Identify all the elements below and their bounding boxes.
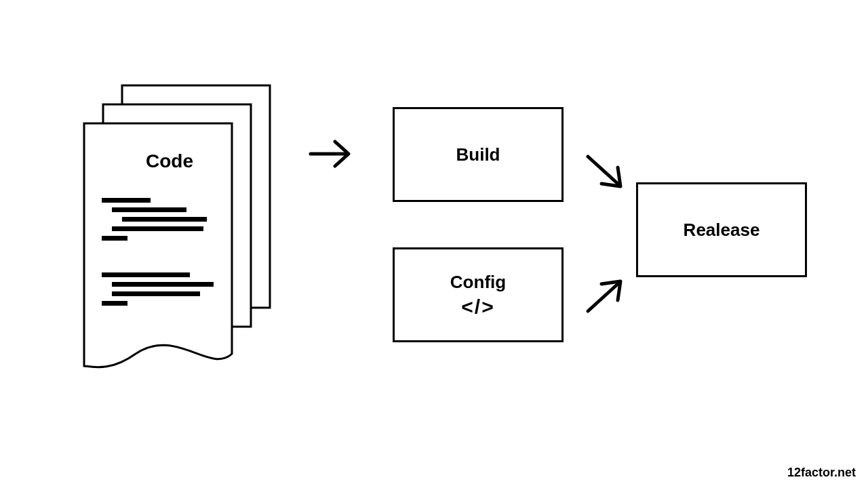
arrow-code-to-build [305,130,366,178]
svg-rect-4 [102,236,127,241]
build-label: Build [456,144,500,165]
release-label: Realease [684,220,760,241]
svg-rect-6 [112,282,214,287]
svg-line-11 [588,284,618,311]
attribution-text: 12factor.net [787,466,856,480]
config-label: Config [450,272,506,293]
config-box: Config </> [393,247,564,342]
svg-line-10 [588,157,618,184]
svg-rect-5 [102,272,190,277]
arrow-config-to-release [580,268,641,329]
code-document-icon [75,83,278,394]
release-box: Realease [636,182,807,277]
svg-rect-3 [112,226,203,231]
svg-rect-2 [122,217,207,222]
svg-rect-0 [102,198,151,203]
svg-rect-1 [112,207,186,212]
arrow-build-to-release [580,146,641,207]
code-label: Code [146,150,193,172]
svg-rect-8 [102,301,127,306]
diagram-stage: Code Build Config </> Realease 12factor.… [0,0,868,488]
build-box: Build [393,107,564,202]
svg-rect-7 [112,291,200,296]
code-brackets-icon: </> [461,296,494,319]
